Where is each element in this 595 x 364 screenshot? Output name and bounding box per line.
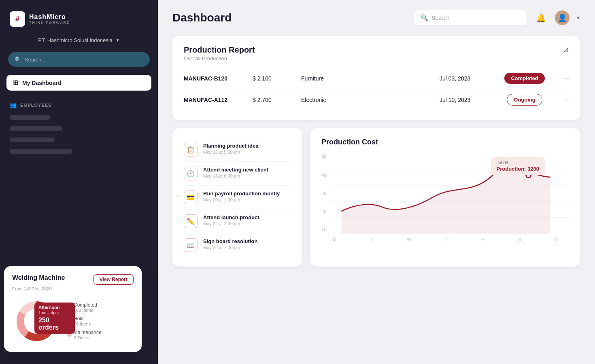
legend-info: Completed 180 Items: [74, 302, 97, 313]
activity-time: May 20 at 1:00 pm: [203, 197, 280, 202]
activity-icon-wrap: 📋: [184, 143, 198, 157]
sidebar-search-bar[interactable]: 🔍: [8, 52, 150, 67]
y-label: 2k: [321, 209, 326, 214]
cost-card-title: Production Cost: [321, 138, 569, 146]
production-table: MANUFAC-B120 $ 2.100 Furniture Jul 03, 2…: [184, 68, 569, 110]
activity-time: May 18 at 6:00 pm: [203, 174, 268, 178]
section-label: EMPLOYEES: [20, 103, 51, 108]
activity-item: 💳 Run payroll production montly May 20 a…: [184, 186, 291, 210]
activity-info: Attend launch product May 22 at 2:00 pm: [203, 214, 259, 226]
activity-icon: 📖: [187, 241, 195, 249]
more-options-icon[interactable]: ···: [557, 95, 569, 104]
activity-icon: 🕐: [187, 170, 195, 178]
logo-tagline: THINK FORWARD: [29, 21, 70, 25]
x-label-t1: T: [370, 237, 373, 242]
nav-placeholder-2: [10, 126, 62, 131]
x-label-s2: S: [555, 237, 558, 242]
activity-title: Sign board resolution: [203, 238, 257, 244]
legend-info: Maintenance 3 Times: [74, 330, 102, 340]
activity-info: Planning product idea May 18 at 5:00 pm: [203, 143, 259, 154]
activity-title: Run payroll production montly: [203, 190, 280, 197]
legend-item: Maintenance 3 Times: [67, 330, 134, 340]
activity-title: Planning product idea: [203, 143, 259, 149]
logo-text: HashMicro THINK FORWARD: [29, 13, 70, 25]
sidebar-logo: # HashMicro THINK FORWARD: [0, 0, 158, 33]
welding-legend: Completed 180 Items Hold 70 Items Mainte…: [67, 302, 134, 340]
bottom-row: 📋 Planning product idea May 18 at 5:00 p…: [172, 128, 580, 267]
sidebar-search-input[interactable]: [25, 57, 143, 63]
activity-info: Sign board resolution May 22 at 7:00 pm: [203, 238, 257, 250]
welding-body: Afternoon 1pm – 4pm 250 orders Completed…: [12, 297, 134, 345]
activity-icon-wrap: 💳: [184, 190, 198, 204]
production-cost-card: Production Cost 5k 4k 3k 2k 1k: [310, 128, 580, 267]
sidebar-item-label: My Dashboard: [22, 80, 61, 86]
activity-icon: ✏️: [187, 218, 195, 225]
y-label: 3k: [321, 191, 326, 196]
card-title: Production Report: [184, 45, 255, 55]
x-label-s1: S: [518, 237, 521, 242]
logo-icon: #: [10, 11, 25, 27]
prod-status: Ongoing: [500, 94, 549, 106]
prod-amount: $ 2.700: [253, 97, 293, 103]
activity-title: Attend launch product: [203, 214, 259, 220]
activity-time: May 18 at 5:00 pm: [203, 150, 259, 154]
more-options-icon[interactable]: ···: [557, 74, 569, 83]
avatar-chevron-icon[interactable]: ▼: [576, 15, 580, 20]
activities-list: 📋 Planning product idea May 18 at 5:00 p…: [184, 138, 291, 257]
legend-item: Hold 70 Items: [67, 316, 134, 326]
activities-card: 📋 Planning product idea May 18 at 5:00 p…: [172, 128, 302, 267]
filter-icon[interactable]: ⊿: [563, 45, 569, 54]
bell-icon[interactable]: 🔔: [533, 11, 548, 25]
search-icon: 🔍: [15, 56, 21, 63]
main-content: Dashboard 🔍 🔔 👤 ▼ Production Report Over…: [158, 0, 595, 364]
cards-area: Production Report Overall Production ⊿ M…: [158, 36, 595, 275]
activity-title: Attend meeting new client: [203, 167, 268, 173]
search-input[interactable]: [431, 15, 520, 21]
nav-placeholder-3: [10, 138, 54, 142]
tooltip-period: Afternoon: [38, 305, 71, 310]
sidebar-nav: ⊞ My Dashboard: [0, 72, 158, 95]
view-report-button[interactable]: View Report: [94, 274, 134, 285]
activity-icon-wrap: 📖: [184, 238, 198, 252]
welding-title: Welding Machine: [12, 274, 65, 281]
legend-count: 3 Times: [74, 335, 102, 340]
x-label-f: F: [481, 237, 484, 242]
logo-name: HashMicro: [29, 13, 70, 21]
search-bar[interactable]: 🔍: [414, 10, 527, 26]
tooltip-value: Production: 3200: [497, 166, 539, 172]
activity-item: 🕐 Attend meeting new client May 18 at 6:…: [184, 162, 291, 186]
table-row: MANUFAC-A112 $ 2.700 Electronic Jul 10, …: [184, 89, 569, 110]
x-label-m: M: [333, 237, 336, 242]
card-subtitle: Overall Production: [184, 55, 255, 61]
production-report-card: Production Report Overall Production ⊿ M…: [172, 36, 580, 120]
legend-info: Hold 70 Items: [74, 316, 91, 326]
donut-tooltip: Afternoon 1pm – 4pm 250 orders: [34, 303, 75, 334]
legend-label: Hold: [74, 316, 91, 322]
chart-tooltip: Jul 04 Production: 3200: [491, 157, 545, 175]
activity-item: 📖 Sign board resolution May 22 at 7:00 p…: [184, 233, 291, 257]
dashboard-icon: ⊞: [13, 79, 18, 87]
prod-id: MANUFAC-A112: [184, 97, 244, 103]
company-selector[interactable]: PT. Hashmicro Solusi Indonesia ▼: [0, 33, 158, 47]
page-title: Dashboard: [172, 11, 232, 24]
activity-icon: 💳: [187, 194, 195, 201]
x-label-w: W: [407, 237, 411, 242]
legend-count: 70 Items: [74, 322, 91, 326]
tooltip-date: Jul 04: [497, 160, 539, 165]
tooltip-orders: 250 orders: [38, 317, 71, 331]
company-name: PT. Hashmicro Solusi Indonesia: [38, 37, 113, 43]
welding-date-range: From 1-6 Dec, 2020: [12, 286, 134, 291]
search-icon: 🔍: [421, 14, 428, 21]
card-header: Production Report Overall Production ⊿: [184, 45, 569, 61]
legend-label: Maintenance: [74, 330, 102, 335]
prod-date: Jul 10, 2023: [440, 97, 492, 103]
y-label: 4k: [321, 173, 326, 178]
sidebar-item-dashboard[interactable]: ⊞ My Dashboard: [6, 75, 151, 91]
legend-label: Completed: [74, 302, 97, 308]
sidebar-section-employees: 👥 EMPLOYEES: [0, 95, 158, 112]
status-badge-ongoing: Ongoing: [507, 94, 542, 106]
header-right: 🔍 🔔 👤 ▼: [414, 10, 580, 26]
y-label: 1k: [321, 227, 326, 232]
prod-category: Electronic: [301, 97, 431, 103]
user-avatar[interactable]: 👤: [555, 11, 570, 25]
